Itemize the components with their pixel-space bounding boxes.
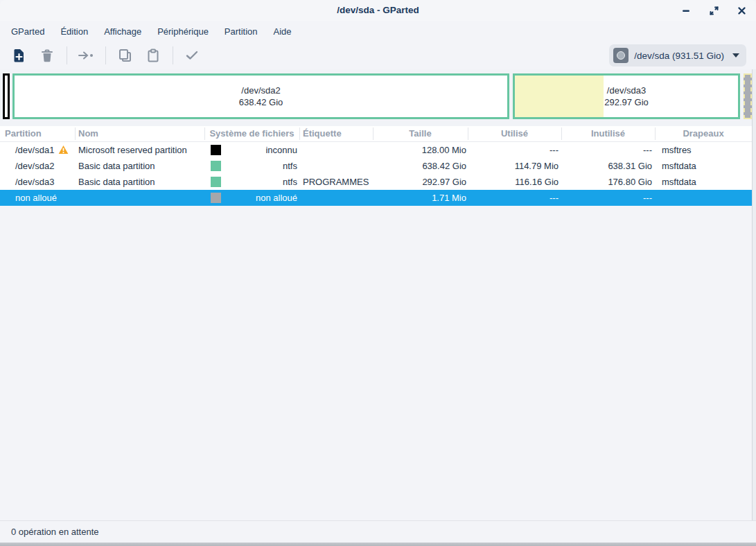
table-row-sda1[interactable]: /dev/sda1 Microsoft reserved partition i…: [0, 142, 756, 158]
window-controls: [677, 0, 750, 21]
used-cell: ---: [468, 142, 561, 158]
flags-cell: [655, 190, 752, 206]
partition-box-sda3[interactable]: /dev/sda3 292.97 Gio: [513, 73, 740, 119]
size-cell: 1.71 Mio: [373, 190, 468, 206]
table-header: Partition Nom Système de fichiers Étique…: [0, 126, 756, 142]
partition-box-size: 292.97 Gio: [604, 96, 649, 108]
partition-cell: /dev/sda1: [15, 145, 54, 155]
used-cell: ---: [468, 190, 561, 206]
menu-gparted[interactable]: GParted: [6, 24, 50, 39]
col-header-name[interactable]: Nom: [78, 126, 200, 141]
pending-operations-text: 0 opération en attente: [11, 527, 99, 537]
partition-box-sda1[interactable]: [3, 73, 10, 119]
partition-box-sda2[interactable]: /dev/sda2 638.42 Gio: [12, 73, 509, 119]
filesystem-cell: inconnu: [204, 142, 299, 158]
minimize-icon[interactable]: [677, 2, 695, 19]
size-cell: 292.97 Gio: [373, 174, 468, 190]
table-row-sda2[interactable]: /dev/sda2 Basic data partition ntfs 638.…: [0, 158, 756, 174]
menu-device[interactable]: Périphérique: [152, 24, 214, 39]
filesystem-cell: non alloué: [204, 190, 299, 206]
unused-cell: ---: [561, 142, 655, 158]
col-header-partition[interactable]: Partition: [5, 126, 71, 141]
unused-cell: 176.80 Gio: [561, 174, 655, 190]
warning-icon: [58, 145, 69, 155]
title-bar: /dev/sda - GParted: [0, 0, 756, 21]
device-selector-label: /dev/sda (931.51 Gio): [634, 51, 724, 61]
close-icon[interactable]: [732, 2, 750, 19]
col-header-used[interactable]: Utilisé: [468, 126, 561, 141]
col-header-filesystem[interactable]: Système de fichiers: [204, 126, 299, 141]
menu-help[interactable]: Aide: [268, 24, 297, 39]
partition-cell: non alloué: [0, 190, 75, 206]
paste-icon[interactable]: [141, 44, 165, 67]
flags-cell: msftres: [655, 142, 752, 158]
name-cell: [75, 190, 204, 206]
table-row-sda3[interactable]: /dev/sda3 Basic data partition ntfs PROG…: [0, 174, 756, 190]
toolbar-separator: [173, 46, 173, 64]
col-header-label[interactable]: Étiquette: [303, 126, 369, 141]
unused-cell: ---: [561, 190, 655, 206]
menu-edit[interactable]: Édition: [55, 24, 94, 39]
label-cell: [299, 158, 373, 174]
window-title: /dev/sda - GParted: [0, 5, 756, 15]
toolbar-separator: [67, 46, 67, 64]
menu-partition[interactable]: Partition: [219, 24, 263, 39]
new-partition-icon[interactable]: [7, 44, 30, 67]
delete-partition-icon[interactable]: [35, 44, 59, 67]
device-selector[interactable]: /dev/sda (931.51 Gio): [609, 44, 746, 67]
partition-box-size: 638.42 Gio: [239, 96, 283, 108]
chevron-down-icon: [732, 53, 739, 58]
filesystem-cell: ntfs: [204, 174, 299, 190]
name-cell: Microsoft reserved partition: [75, 142, 204, 158]
label-cell: [299, 190, 373, 206]
partition-box-device: /dev/sda3: [607, 85, 646, 96]
unused-cell: 638.31 Gio: [561, 158, 655, 174]
partition-box-device: /dev/sda2: [241, 85, 280, 96]
menu-view[interactable]: Affichage: [98, 24, 147, 39]
col-header-flags[interactable]: Drapeaux: [655, 126, 752, 141]
apply-operations-icon[interactable]: [180, 44, 204, 67]
used-cell: 116.16 Gio: [468, 174, 561, 190]
menu-bar: GParted Édition Affichage Périphérique P…: [0, 21, 756, 42]
flags-cell: msftdata: [655, 158, 752, 174]
name-cell: Basic data partition: [75, 158, 204, 174]
copy-icon[interactable]: [113, 44, 137, 67]
filesystem-cell: ntfs: [204, 158, 299, 174]
hard-disk-icon: [613, 48, 628, 63]
label-cell: PROGRAMMES: [299, 174, 373, 190]
col-header-unused[interactable]: Inutilisé: [561, 126, 655, 141]
resize-move-icon[interactable]: [74, 44, 98, 67]
size-cell: 128.00 Mio: [373, 142, 468, 158]
partition-cell: /dev/sda3: [0, 174, 75, 190]
window-right-edge: [752, 69, 756, 543]
partition-table: Partition Nom Système de fichiers Étique…: [0, 126, 756, 206]
size-cell: 638.42 Gio: [373, 158, 468, 174]
used-cell: 114.79 Mio: [468, 158, 561, 174]
toolbar-separator: [105, 46, 106, 64]
toolbar: /dev/sda (931.51 Gio): [0, 42, 756, 69]
gparted-window: /dev/sda - GParted GParted Édition Affic…: [0, 0, 756, 546]
window-bottom-edge: [0, 543, 756, 546]
maximize-icon[interactable]: [705, 2, 723, 19]
name-cell: Basic data partition: [75, 174, 204, 190]
col-header-size[interactable]: Taille: [373, 126, 468, 141]
flags-cell: msftdata: [655, 174, 752, 190]
label-cell: [299, 142, 373, 158]
disk-visual-view: /dev/sda2 638.42 Gio /dev/sda3 292.97 Gi…: [0, 69, 756, 126]
status-bar: 0 opération en attente: [0, 520, 756, 543]
partition-box-unallocated[interactable]: [744, 73, 752, 119]
partition-cell: /dev/sda2: [0, 158, 75, 174]
table-row-unallocated[interactable]: non alloué non alloué 1.71 Mio --- ---: [0, 190, 756, 206]
